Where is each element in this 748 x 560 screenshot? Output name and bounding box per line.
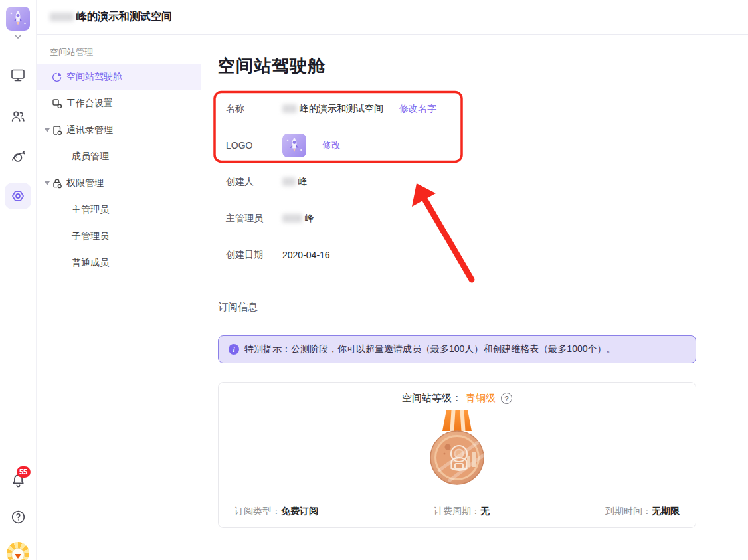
admin-value: 峰 [305, 213, 314, 225]
beta-notice-text: 特别提示：公测阶段，你可以超量邀请成员（最多100人）和创建维格表（最多1000… [244, 343, 616, 355]
template-planet-icon[interactable] [10, 149, 26, 165]
chevron-down-icon[interactable] [14, 33, 22, 39]
sidebar-item-label: 普通成员 [72, 257, 109, 269]
sidebar: 空间站管理 空间站驾驶舱 工作台设置 通讯录管理 [37, 35, 201, 560]
left-icon-rail: 55 [0, 0, 37, 560]
sidebar-item-label: 权限管理 [66, 177, 104, 189]
expand-caret-icon[interactable] [42, 181, 52, 185]
logo-edit-link[interactable]: 修改 [322, 140, 341, 151]
notification-bell-icon[interactable]: 55 [10, 472, 27, 491]
sidebar-item-member-management[interactable]: 成员管理 [37, 143, 201, 170]
workspace-title: 峰的演示和测试空间 [76, 10, 172, 24]
sidebar-item-sub-admin[interactable]: 子管理员 [37, 223, 201, 250]
sidebar-item-ordinary-member[interactable]: 普通成员 [37, 250, 201, 276]
name-field-row: 名称 峰的演示和测试空间 修改名字 [218, 90, 748, 127]
sidebar-item-label: 工作台设置 [66, 98, 113, 110]
dashboard-pie-icon [52, 72, 66, 82]
logo-label: LOGO [226, 140, 282, 151]
created-date-field-row: 创建日期 2020-04-16 [218, 236, 748, 273]
sidebar-item-workbench-settings[interactable]: 工作台设置 [37, 90, 201, 117]
notification-badge: 55 [17, 466, 31, 478]
subscription-type-label: 订阅类型： [234, 506, 281, 516]
avatar-beak [15, 554, 21, 559]
workbench-icon[interactable] [10, 67, 26, 83]
sidebar-item-label: 子管理员 [72, 231, 109, 242]
level-help-icon[interactable]: ? [501, 393, 512, 404]
created-date-value: 2020-04-16 [282, 250, 330, 260]
subscription-level-card: 空间站等级： 青铜级 ? [218, 382, 696, 528]
expire-time-label: 到期时间： [605, 506, 652, 516]
space-level-label: 空间站等级： [402, 392, 462, 405]
sidebar-section-title: 空间站管理 [37, 41, 201, 64]
logo-field-row: LOGO 修改 [218, 127, 748, 163]
redacted-name-smudge [282, 104, 297, 113]
contacts-card-icon [52, 125, 66, 136]
redacted-name-smudge [282, 177, 296, 186]
main-content: 空间站驾驶舱 名称 峰的演示和测试空间 修改名字 LOGO [201, 35, 748, 560]
sidebar-item-space-dashboard[interactable]: 空间站驾驶舱 [37, 64, 201, 90]
space-level-value: 青铜级 [466, 392, 496, 405]
contacts-icon[interactable] [10, 108, 26, 124]
name-label: 名称 [226, 103, 282, 115]
creator-field-row: 创建人 峰 [218, 163, 748, 200]
sidebar-item-permission-management[interactable]: 权限管理 [37, 170, 201, 197]
sidebar-item-contacts-management[interactable]: 通讯录管理 [37, 117, 201, 143]
sidebar-item-main-admin[interactable]: 主管理员 [37, 197, 201, 223]
settings-icon-selected[interactable] [5, 183, 31, 209]
billing-cycle: 计费周期：无 [434, 506, 490, 517]
admin-label: 主管理员 [226, 213, 282, 225]
workbench-settings-icon [52, 98, 66, 109]
redacted-name-smudge [282, 214, 302, 223]
help-icon[interactable] [10, 509, 27, 527]
space-logo-image[interactable] [282, 134, 306, 157]
billing-cycle-label: 计费周期： [434, 506, 480, 516]
subscription-type-value: 免费订阅 [281, 506, 318, 516]
expire-time: 到期时间：无期限 [605, 506, 680, 517]
creator-value: 峰 [298, 176, 308, 188]
subscription-type: 订阅类型：免费订阅 [234, 506, 318, 517]
user-avatar[interactable] [7, 542, 29, 560]
expire-time-value: 无期限 [652, 506, 680, 516]
sidebar-item-label: 主管理员 [72, 204, 109, 216]
sidebar-item-label: 通讯录管理 [66, 124, 113, 136]
billing-cycle-value: 无 [480, 506, 490, 516]
page-title: 空间站驾驶舱 [218, 54, 748, 78]
sidebar-item-label: 空间站驾驶舱 [66, 71, 122, 83]
beta-notice-banner: i 特别提示：公测阶段，你可以超量邀请成员（最多100人）和创建维格表（最多10… [218, 335, 696, 363]
topbar: 峰的演示和测试空间 [37, 0, 748, 35]
created-date-label: 创建日期 [226, 249, 282, 261]
admin-field-row: 主管理员 峰 [218, 200, 748, 236]
workspace-logo-icon[interactable] [6, 7, 30, 31]
bronze-medal-icon [421, 407, 494, 488]
redacted-name-smudge [50, 13, 74, 21]
permission-lock-icon [52, 178, 66, 189]
sidebar-item-label: 成员管理 [72, 151, 109, 163]
subscription-section-title: 订阅信息 [218, 301, 748, 314]
info-icon: i [229, 344, 239, 355]
creator-label: 创建人 [226, 176, 282, 188]
expand-caret-icon[interactable] [42, 128, 52, 132]
rename-link[interactable]: 修改名字 [399, 103, 436, 115]
space-name-value: 峰的演示和测试空间 [300, 103, 383, 115]
